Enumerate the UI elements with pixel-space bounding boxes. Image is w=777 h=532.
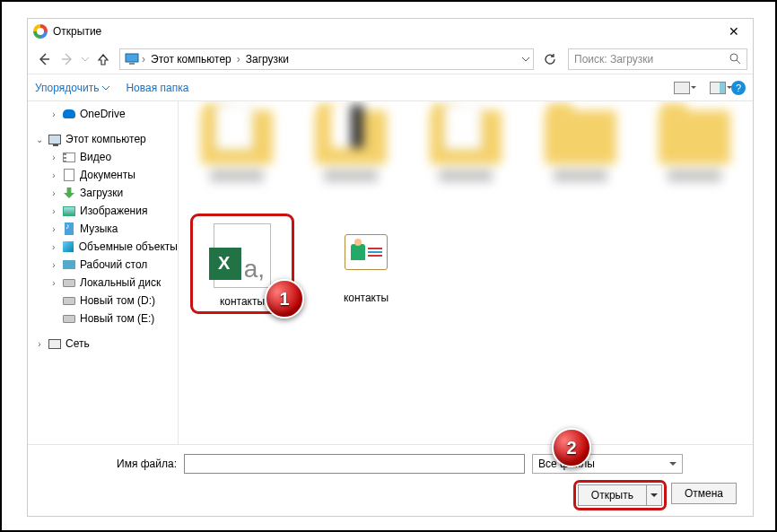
tree-item-0[interactable]: ›OneDrive — [28, 105, 178, 123]
file-open-dialog: Открытие ✕ › Этот компьютер › Загрузки — [27, 18, 754, 517]
search-icon — [729, 53, 741, 65]
cancel-button[interactable]: Отмена — [671, 483, 737, 504]
svg-rect-1 — [129, 63, 135, 65]
tree-label: Изображения — [80, 205, 147, 217]
close-button[interactable]: ✕ — [720, 24, 747, 39]
onedrive-icon — [62, 107, 76, 121]
chevron-right-icon: › — [235, 53, 242, 65]
tree-label: Локальный диск — [80, 276, 161, 289]
chevron-down-icon[interactable] — [522, 56, 529, 63]
tree-item-5[interactable]: ›Изображения — [28, 202, 178, 220]
vcard-file-icon — [327, 216, 406, 288]
new-folder-button[interactable]: Новая папка — [126, 82, 188, 94]
annotation-badge-2: 2 — [552, 428, 591, 467]
filename-label: Имя файла: — [42, 458, 177, 470]
back-button[interactable] — [33, 48, 55, 70]
vid-icon — [62, 150, 76, 164]
expand-icon[interactable]: › — [35, 339, 44, 349]
address-bar[interactable]: › Этот компьютер › Загрузки — [119, 48, 534, 70]
crumb-folder[interactable]: Загрузки — [242, 53, 292, 65]
help-button[interactable]: ? — [731, 81, 746, 95]
csv-file-icon: a, — [203, 220, 282, 292]
expand-icon[interactable]: › — [49, 278, 58, 288]
view-mode-button[interactable] — [674, 82, 690, 94]
blurred-folders — [193, 110, 738, 200]
tree-item-11[interactable]: Новый том (E:) — [28, 310, 178, 327]
expand-icon[interactable]: › — [49, 242, 57, 252]
tree-label: Документы — [80, 169, 135, 181]
annotation-badge-1: 1 — [265, 279, 304, 318]
tree-item-7[interactable]: ›Объемные объекты — [28, 238, 178, 256]
bottom-panel: Имя файла: Все файлы Открыть Отмена 2 — [28, 444, 753, 516]
preview-pane-button[interactable] — [710, 82, 726, 94]
tree-item-1[interactable]: ⌄Этот компьютер — [28, 130, 178, 148]
tree-item-10[interactable]: Новый том (D:) — [28, 292, 178, 310]
net-icon — [48, 336, 62, 351]
expand-icon[interactable]: › — [49, 206, 58, 216]
open-button[interactable]: Открыть — [578, 484, 662, 506]
tree-label: Загрузки — [80, 187, 123, 199]
organize-menu[interactable]: Упорядочить — [35, 82, 109, 94]
nav-tree: ›OneDrive⌄Этот компьютер›Видео›Документы… — [28, 101, 179, 444]
search-input[interactable]: Поиск: Загрузки — [568, 48, 747, 70]
tree-label: Этот компьютер — [65, 133, 146, 145]
tree-label: Новый том (D:) — [80, 294, 155, 307]
tree-label: Видео — [80, 151, 111, 163]
search-placeholder: Поиск: Загрузки — [574, 53, 653, 65]
expand-icon[interactable]: › — [49, 224, 58, 234]
svg-rect-0 — [126, 54, 138, 62]
chevron-right-icon: › — [140, 53, 147, 65]
tree-label: Рабочий стол — [80, 258, 147, 271]
tree-label: OneDrive — [80, 108, 126, 120]
open-dropdown[interactable] — [647, 491, 661, 501]
file-list[interactable]: a, контакты контакты 1 — [179, 101, 753, 444]
down-icon — [62, 186, 76, 200]
crumb-root[interactable]: Этот компьютер — [147, 53, 235, 65]
tree-item-2[interactable]: ›Видео — [28, 148, 178, 166]
up-button[interactable] — [92, 48, 114, 70]
tree-item-8[interactable]: ›Рабочий стол — [28, 256, 178, 274]
tree-label: Новый том (E:) — [80, 312, 154, 325]
expand-icon[interactable]: › — [49, 109, 58, 119]
pc-icon — [48, 132, 62, 146]
tree-item-6[interactable]: ›Музыка — [28, 220, 178, 238]
tree-label: Музыка — [80, 222, 118, 235]
pic-icon — [62, 204, 76, 218]
tree-label: Сеть — [65, 337, 90, 350]
window-title: Открытие — [53, 25, 101, 38]
forward-button[interactable] — [57, 48, 78, 70]
tree-item-4[interactable]: ›Загрузки — [28, 184, 178, 202]
tree-item-9[interactable]: ›Локальный диск — [28, 274, 178, 292]
tree-item-12[interactable]: ›Сеть — [28, 335, 178, 353]
doc-icon — [62, 168, 76, 182]
svg-point-2 — [730, 54, 738, 61]
drive-icon — [62, 293, 76, 308]
drive-icon — [62, 275, 76, 290]
expand-icon[interactable]: › — [49, 260, 58, 270]
drive-icon — [62, 311, 76, 326]
tree-item-3[interactable]: ›Документы — [28, 166, 178, 184]
file-name: контакты — [220, 295, 265, 308]
expand-icon[interactable]: › — [49, 153, 58, 162]
file-name: контакты — [344, 292, 388, 304]
titlebar: Открытие ✕ — [28, 19, 753, 44]
pc-icon — [124, 51, 140, 67]
toolbar: Упорядочить Новая папка ? — [28, 74, 753, 101]
tree-label: Объемные объекты — [79, 240, 178, 253]
filename-input[interactable] — [184, 454, 525, 474]
expand-icon[interactable]: ⌄ — [35, 135, 44, 144]
recent-dropdown[interactable] — [80, 48, 91, 70]
expand-icon[interactable]: › — [49, 188, 58, 198]
expand-icon[interactable]: › — [49, 170, 58, 180]
refresh-button[interactable] — [539, 48, 561, 70]
3d-icon — [61, 240, 74, 254]
chrome-icon — [33, 24, 48, 39]
nav-row: › Этот компьютер › Загрузки Поиск: Загру… — [28, 44, 753, 74]
note-icon — [62, 222, 76, 236]
desk-icon — [62, 257, 76, 272]
file-item-vcard[interactable]: контакты — [317, 216, 415, 311]
